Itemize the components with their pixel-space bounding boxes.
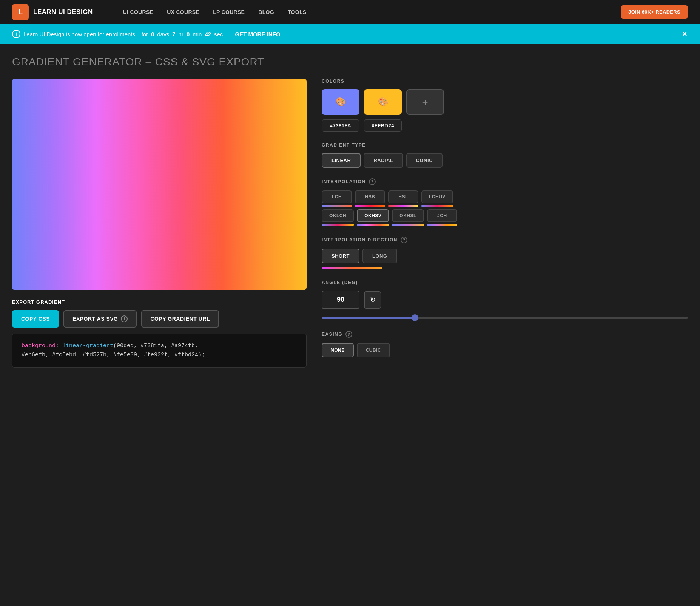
direction-preview: [322, 267, 382, 269]
nav-link-blog[interactable]: BLOG: [258, 9, 274, 15]
colors-label: COLORS: [322, 79, 688, 84]
announcement-text-before: Learn UI Design is now open for enrollme…: [23, 31, 148, 37]
interpolation-header: INTERPOLATION ?: [322, 178, 688, 185]
navbar: L LEARN UI DESIGN UI COURSE UX COURSE LP…: [0, 0, 700, 24]
interp-preview-okhsv: [357, 224, 389, 226]
angle-label: ANGLE (DEG): [322, 280, 688, 285]
announcement-days-unit: days: [157, 31, 170, 37]
info-circle-icon: i: [121, 315, 128, 322]
nav-links: UI COURSE UX COURSE LP COURSE BLOG TOOLS: [123, 9, 621, 15]
color-swatch-2[interactable]: 🎨: [364, 89, 402, 115]
gradient-type-section: GRADIENT TYPE LINEAR RADIAL CONIC: [322, 142, 688, 168]
easing-header: EASING ?: [322, 331, 688, 338]
content-layout: EXPORT GRADIENT COPY CSS EXPORT AS SVG i…: [12, 79, 688, 368]
interp-row-2: OKLCH OKHSV OKHSL JCH: [322, 209, 688, 226]
easing-btn-cubic[interactable]: CUBIC: [357, 343, 390, 357]
interpolation-grid: LCH HSB HSL LCHUV: [322, 190, 688, 226]
announcement-sec-unit: sec: [214, 31, 223, 37]
angle-slider[interactable]: [322, 317, 688, 319]
angle-input[interactable]: 90: [322, 291, 359, 309]
nav-link-ui-course[interactable]: UI COURSE: [123, 9, 154, 15]
direction-header: INTERPOLATION DIRECTION ?: [322, 237, 688, 243]
announcement-sec: 42: [205, 31, 211, 37]
dir-btn-short[interactable]: SHORT: [322, 249, 359, 263]
gradient-preview: [12, 79, 307, 290]
left-panel: EXPORT GRADIENT COPY CSS EXPORT AS SVG i…: [12, 79, 307, 368]
announcement-hr: 7: [172, 31, 175, 37]
interp-preview-okhsl: [392, 224, 424, 226]
page-title: GRADIENT GENERATOR – CSS & SVG EXPORT: [12, 56, 688, 68]
copy-css-button[interactable]: COPY CSS: [12, 310, 59, 328]
easing-buttons: NONE CUBIC: [322, 343, 688, 357]
interp-btn-oklch[interactable]: OKLCH: [322, 209, 354, 222]
code-block: background: linear-gradient(90deg, #7381…: [12, 334, 307, 368]
interp-btn-lchuv[interactable]: LCHUV: [421, 190, 453, 203]
export-svg-button[interactable]: EXPORT AS SVG i: [63, 310, 137, 328]
interp-preview-jch: [427, 224, 457, 226]
announcement-close[interactable]: ✕: [681, 29, 688, 39]
nav-link-lp-course[interactable]: LP COURSE: [213, 9, 245, 15]
direction-label: INTERPOLATION DIRECTION: [322, 237, 398, 243]
interp-btn-hsl[interactable]: HSL: [388, 190, 418, 203]
color-add-button[interactable]: +: [406, 89, 444, 115]
interp-preview-oklch: [322, 224, 354, 226]
announcement-min: 0: [187, 31, 190, 37]
color-swatches: 🎨 🎨 +: [322, 89, 688, 115]
interp-btn-okhsl[interactable]: OKHSL: [392, 209, 424, 222]
info-icon: i: [12, 30, 20, 38]
type-buttons: LINEAR RADIAL CONIC: [322, 153, 688, 168]
type-btn-linear[interactable]: LINEAR: [322, 153, 361, 168]
angle-section: ANGLE (DEG) 90 ↻: [322, 280, 688, 320]
logo-icon: L: [12, 4, 29, 20]
nav-brand: LEARN UI DESIGN: [33, 8, 93, 16]
interpolation-help-icon[interactable]: ?: [369, 178, 376, 185]
direction-buttons: SHORT LONG: [322, 249, 688, 263]
export-buttons: COPY CSS EXPORT AS SVG i COPY GRADIENT U…: [12, 310, 307, 328]
dir-btn-long[interactable]: LONG: [362, 249, 397, 263]
hex-label-2[interactable]: #FFBD24: [364, 119, 402, 132]
colors-section: COLORS 🎨 🎨 + #7381FA #FFBD24: [322, 79, 688, 132]
type-btn-radial[interactable]: RADIAL: [364, 153, 403, 168]
join-button[interactable]: JOIN 60K+ READERS: [621, 5, 688, 19]
angle-controls: 90 ↻: [322, 291, 688, 309]
interp-preview-hsl: [388, 205, 418, 207]
announcement-min-unit: min: [193, 31, 202, 37]
export-section-label: EXPORT GRADIENT: [12, 299, 307, 305]
interp-btn-okhsv[interactable]: OKHSV: [357, 209, 389, 222]
direction-section: INTERPOLATION DIRECTION ? SHORT LONG: [322, 237, 688, 269]
interp-btn-jch[interactable]: JCH: [427, 209, 457, 222]
gradient-type-label: GRADIENT TYPE: [322, 142, 688, 148]
code-value: linear-gradient: [62, 343, 113, 349]
interp-row-1: LCH HSB HSL LCHUV: [322, 190, 688, 207]
announcement-cta[interactable]: GET MORE INFO: [235, 31, 280, 37]
color-swatch-1[interactable]: 🎨: [322, 89, 359, 115]
announcement-bar: i Learn UI Design is now open for enroll…: [0, 24, 700, 44]
nav-logo: L LEARN UI DESIGN: [12, 4, 93, 20]
easing-section: EASING ? NONE CUBIC: [322, 331, 688, 357]
interp-btn-lch[interactable]: LCH: [322, 190, 352, 203]
interp-preview-lch: [322, 205, 352, 207]
nav-link-tools[interactable]: TOOLS: [288, 9, 306, 15]
interpolation-label: INTERPOLATION: [322, 179, 366, 184]
main-content: GRADIENT GENERATOR – CSS & SVG EXPORT EX…: [0, 44, 700, 368]
interp-btn-hsb[interactable]: HSB: [355, 190, 385, 203]
type-btn-conic[interactable]: CONIC: [406, 153, 443, 168]
easing-help-icon[interactable]: ?: [345, 331, 352, 338]
color-hex-labels: #7381FA #FFBD24: [322, 119, 688, 132]
announcement-hr-unit: hr: [179, 31, 183, 37]
interpolation-section: INTERPOLATION ? LCH HSB: [322, 178, 688, 226]
code-property: background: [22, 343, 56, 349]
copy-url-button[interactable]: COPY GRADIENT URL: [141, 310, 219, 328]
easing-btn-none[interactable]: NONE: [322, 343, 354, 357]
interp-preview-hsb: [355, 205, 385, 207]
easing-label: EASING: [322, 332, 342, 337]
announcement-days: 0: [151, 31, 154, 37]
right-panel: COLORS 🎨 🎨 + #7381FA #FFBD24 GRADIENT TY…: [322, 79, 688, 368]
interp-preview-lchuv: [421, 205, 453, 207]
hex-label-1[interactable]: #7381FA: [322, 119, 359, 132]
direction-help-icon[interactable]: ?: [401, 237, 407, 243]
rotate-button[interactable]: ↻: [364, 291, 381, 309]
nav-link-ux-course[interactable]: UX COURSE: [167, 9, 199, 15]
